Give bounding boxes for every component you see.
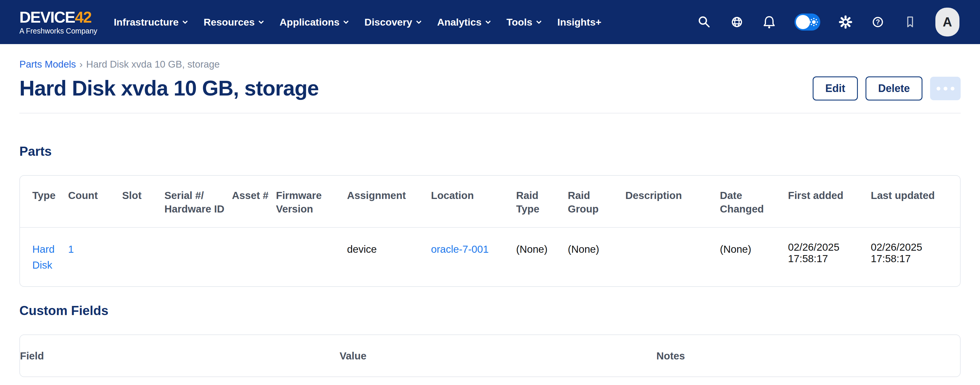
svg-text:?: ?: [876, 18, 880, 26]
menu-item-insights[interactable]: Insights+: [557, 16, 601, 28]
column-header-assignment: Assignment: [347, 176, 431, 227]
menu-item-label: Analytics: [437, 16, 482, 28]
column-header-date-changed: Date Changed: [720, 176, 788, 227]
column-header-serial-hardware-id: Serial #/ Hardware ID: [164, 176, 232, 227]
cell-type: Hard Disk: [20, 227, 68, 286]
delete-button[interactable]: Delete: [865, 77, 923, 101]
column-header-type: Type: [20, 176, 68, 227]
column-header-slot: Slot: [122, 176, 164, 227]
cell-description: [625, 227, 720, 286]
menu-item-label: Resources: [204, 16, 255, 28]
main-menu: Infrastructure Resources Applications Di…: [114, 16, 601, 28]
custom-fields-section-heading: Custom Fields: [19, 303, 961, 318]
logo-subtitle: A Freshworks Company: [19, 27, 97, 35]
gear-icon: [838, 15, 853, 29]
parts-header-row: Type Count Slot Serial #/ Hardware ID As…: [20, 176, 961, 227]
cell-firmware-version: [276, 227, 347, 286]
table-row: Hard Disk 1 device oracle-7-001 (None) (…: [20, 227, 961, 286]
menu-item-analytics[interactable]: Analytics: [437, 16, 490, 28]
part-type-link[interactable]: Hard Disk: [32, 243, 55, 271]
language-button[interactable]: [730, 15, 744, 29]
search-icon: [697, 15, 712, 29]
chevron-down-icon: [485, 19, 491, 24]
column-header-firmware-version: Firmware Version: [276, 176, 347, 227]
parts-table: Type Count Slot Serial #/ Hardware ID As…: [20, 176, 961, 286]
cell-last-updated: 02/26/2025 17:58:17: [871, 227, 961, 286]
chevron-down-icon: [536, 19, 542, 24]
page-content: Parts Models › Hard Disk xvda 10 GB, sto…: [0, 59, 980, 377]
cell-location: oracle-7-001: [431, 227, 516, 286]
sun-icon: [810, 18, 818, 26]
ellipsis-icon: [951, 87, 955, 91]
more-options-button[interactable]: [930, 77, 961, 100]
custom-fields-header-row: Field Value Notes: [20, 335, 960, 377]
breadcrumb-current: Hard Disk xvda 10 GB, storage: [86, 59, 220, 70]
top-navbar: DEVICE42 A Freshworks Company Infrastruc…: [0, 0, 980, 44]
cell-raid-type: (None): [516, 227, 568, 286]
menu-item-label: Applications: [280, 16, 339, 28]
menu-item-tools[interactable]: Tools: [506, 16, 541, 28]
custom-fields-table: Field Value Notes: [20, 335, 960, 377]
location-link[interactable]: oracle-7-001: [431, 243, 489, 255]
menu-item-discovery[interactable]: Discovery: [364, 16, 421, 28]
notifications-button[interactable]: [762, 15, 776, 29]
cell-serial-hardware-id: [164, 227, 232, 286]
bookmarks-button[interactable]: [903, 15, 917, 29]
column-header-last-updated: Last updated: [871, 176, 961, 227]
navbar-icons: ? A: [697, 8, 959, 37]
menu-item-applications[interactable]: Applications: [280, 16, 348, 28]
column-header-description: Description: [625, 176, 720, 227]
cell-assignment: device: [347, 227, 431, 286]
menu-item-resources[interactable]: Resources: [204, 16, 263, 28]
parts-section-heading: Parts: [19, 144, 961, 159]
column-header-location: Location: [431, 176, 516, 227]
breadcrumb-link-parts-models[interactable]: Parts Models: [19, 59, 76, 70]
column-header-count: Count: [68, 176, 122, 227]
column-header-raid-type: Raid Type: [516, 176, 568, 227]
logo-number: 42: [75, 8, 91, 26]
cell-date-changed: (None): [720, 227, 788, 286]
menu-item-label: Infrastructure: [114, 16, 178, 28]
column-header-first-added: First added: [788, 176, 871, 227]
cell-first-added: 02/26/2025 17:58:17: [788, 227, 871, 286]
menu-item-label: Insights+: [557, 16, 601, 28]
logo-text: DEVICE: [19, 8, 75, 26]
column-header-asset: Asset #: [232, 176, 276, 227]
chevron-down-icon: [183, 19, 188, 24]
column-header-notes: Notes: [657, 335, 960, 377]
user-avatar[interactable]: A: [935, 8, 959, 37]
menu-item-infrastructure[interactable]: Infrastructure: [114, 16, 187, 28]
device42-logo[interactable]: DEVICE42 A Freshworks Company: [19, 9, 97, 35]
toggle-knob: [796, 15, 810, 29]
theme-toggle[interactable]: [794, 14, 820, 30]
column-header-value: Value: [340, 335, 657, 377]
breadcrumb: Parts Models › Hard Disk xvda 10 GB, sto…: [19, 59, 961, 70]
parts-table-card: Type Count Slot Serial #/ Hardware ID As…: [19, 175, 961, 287]
part-count-link[interactable]: 1: [68, 243, 74, 255]
bell-icon: [762, 15, 776, 29]
title-divider: [19, 113, 961, 113]
column-header-raid-group: Raid Group: [568, 176, 625, 227]
page-title: Hard Disk xvda 10 GB, storage: [19, 77, 318, 100]
title-row: Hard Disk xvda 10 GB, storage Edit Delet…: [19, 77, 961, 101]
chevron-down-icon: [344, 19, 349, 24]
custom-fields-table-card: Field Value Notes: [19, 334, 961, 377]
help-button[interactable]: ?: [871, 15, 885, 29]
chevron-down-icon: [259, 19, 264, 24]
logo-wordmark: DEVICE42: [19, 9, 97, 25]
avatar-initial: A: [943, 15, 952, 29]
breadcrumb-separator: ›: [80, 59, 83, 70]
edit-button[interactable]: Edit: [813, 77, 858, 101]
bookmark-icon: [903, 15, 917, 29]
page-actions: Edit Delete: [813, 77, 961, 101]
settings-button[interactable]: [838, 15, 853, 29]
search-button[interactable]: [697, 15, 712, 29]
menu-item-label: Discovery: [364, 16, 412, 28]
ellipsis-icon: [937, 87, 940, 91]
cell-slot: [122, 227, 164, 286]
cell-asset: [232, 227, 276, 286]
menu-item-label: Tools: [506, 16, 532, 28]
cell-count: 1: [68, 227, 122, 286]
ellipsis-icon: [943, 87, 947, 91]
column-header-field: Field: [20, 335, 340, 377]
